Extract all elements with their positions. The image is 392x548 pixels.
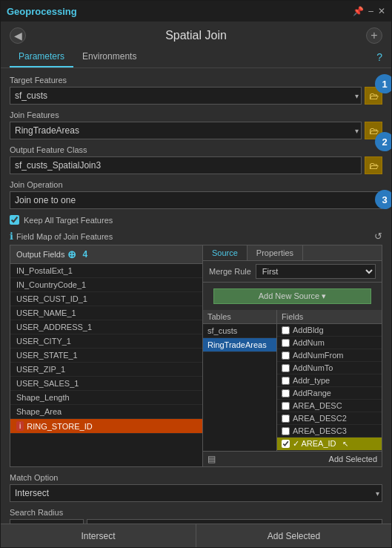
target-features-group: Target Features sf_custs 🗁	[10, 76, 382, 105]
minimize-icon[interactable]: –	[368, 6, 373, 16]
output-fields-list: IN_PostalExt_1 IN_CountryCode_1 USER_CUS…	[10, 264, 202, 466]
output-feature-class-input[interactable]	[10, 156, 362, 174]
match-option-select[interactable]: Intersect Within Contains Closest	[10, 484, 382, 502]
window-title: Geoprocessing	[7, 6, 77, 17]
field-map-container: Output Fields ⊕ 4 IN_PostalExt_1 IN_Coun…	[10, 245, 382, 467]
field-USER_CUST_ID_1[interactable]: USER_CUST_ID_1	[10, 292, 202, 306]
intersect-label: Intersect	[81, 531, 115, 541]
right-panel: Source Properties Merge Rule First Last …	[203, 245, 382, 466]
checkbox-AREA_DESC[interactable]	[282, 402, 290, 410]
join-operation-select[interactable]: Join one to one Join one to many	[10, 191, 382, 209]
badge-2: 2	[375, 132, 391, 151]
help-button[interactable]: ?	[376, 51, 382, 63]
tables-column: sf_custs RingTradeAreas	[203, 324, 277, 451]
merge-rule-select[interactable]: First Last Min Max Sum Mean Count	[256, 264, 376, 279]
output-feature-class-label: Output Feature Class	[10, 145, 382, 154]
search-radius-input[interactable]	[10, 519, 84, 524]
add-new-source-button[interactable]: Add New Source ▾	[213, 288, 371, 304]
field-IN_PostalExt_1[interactable]: IN_PostalExt_1	[10, 264, 202, 278]
field-type-badge: i	[16, 421, 24, 431]
field-USER_STATE_1[interactable]: USER_STATE_1	[10, 349, 202, 363]
target-features-select[interactable]: sf_custs	[10, 87, 362, 105]
add-selected-action-button[interactable]: Add Selected	[196, 524, 391, 547]
target-features-label: Target Features	[10, 76, 382, 85]
checkbox-AREA_DESC3[interactable]	[282, 427, 290, 435]
tab-bar: Parameters Environments ?	[1, 47, 391, 68]
field-USER_CITY_1[interactable]: USER_CITY_1	[10, 334, 202, 349]
window-controls: 📌 – ✕	[353, 6, 385, 16]
field-USER_NAME_1[interactable]: USER_NAME_1	[10, 306, 202, 320]
field-AddNumFrom: AddNumFrom	[277, 349, 382, 362]
checkbox-Addr_type[interactable]	[282, 377, 290, 385]
output-fields-panel: Output Fields ⊕ 4 IN_PostalExt_1 IN_Coun…	[10, 245, 203, 466]
side-badges: 1 2 3	[375, 68, 391, 209]
join-features-row: RingTradeAreas 🗁	[10, 122, 382, 139]
target-features-row: sf_custs 🗁	[10, 87, 382, 105]
target-features-select-wrapper: sf_custs	[10, 87, 362, 105]
field-RING_STORE_ID[interactable]: i RING_STORE_ID	[10, 419, 202, 434]
join-features-select[interactable]: RingTradeAreas	[10, 122, 362, 139]
header-nav: ◀	[10, 27, 26, 44]
checkbox-AddNumTo[interactable]	[282, 364, 290, 372]
fields-col-header: Fields	[277, 310, 382, 323]
checkbox-AddBldg[interactable]	[282, 326, 290, 334]
merge-rule-select-wrapper: First Last Min Max Sum Mean Count	[256, 264, 376, 279]
field-AREA_DESC2: AREA_DESC2	[277, 412, 382, 425]
search-radius-row: Decimal Degrees Meters Kilometers Miles	[10, 519, 382, 524]
merge-rule-row: Merge Rule First Last Min Max Sum Mean C…	[203, 261, 382, 283]
field-Shape_Length[interactable]: Shape_Length	[10, 391, 202, 405]
tab-source[interactable]: Source	[203, 245, 248, 260]
output-feature-class-row: 🗁	[10, 156, 382, 174]
tables-col-header: Tables	[203, 310, 277, 323]
add-new-source-container: Add New Source ▾	[203, 283, 382, 310]
join-features-select-wrapper: RingTradeAreas	[10, 122, 362, 139]
tab-environments[interactable]: Environments	[73, 47, 145, 67]
close-icon[interactable]: ✕	[378, 6, 385, 16]
search-radius-unit-select[interactable]: Decimal Degrees Meters Kilometers Miles	[87, 519, 382, 524]
join-features-group: Join Features RingTradeAreas 🗁	[10, 110, 382, 139]
cursor-icon: ↖	[342, 440, 348, 448]
field-AddRange: AddRange	[277, 387, 382, 400]
table-sf_custs[interactable]: sf_custs	[203, 324, 276, 338]
field-IN_CountryCode_1[interactable]: IN_CountryCode_1	[10, 278, 202, 292]
field-USER_SALES_1[interactable]: USER_SALES_1	[10, 377, 202, 391]
field-AddNumTo: AddNumTo	[277, 362, 382, 374]
table-RingTradeAreas[interactable]: RingTradeAreas	[203, 338, 276, 352]
field-USER_ADDRESS_1[interactable]: USER_ADDRESS_1	[10, 320, 202, 334]
back-button[interactable]: ◀	[10, 27, 26, 44]
join-operation-label: Join Operation	[10, 180, 382, 189]
checkbox-AREA_DESC2[interactable]	[282, 415, 290, 423]
intersect-button[interactable]: Intersect	[1, 524, 196, 547]
tab-properties[interactable]: Properties	[248, 245, 303, 260]
field-USER_ZIP_1[interactable]: USER_ZIP_1	[10, 363, 202, 377]
add-tool-button[interactable]: +	[366, 27, 382, 44]
field-map-label: Field Map of Join Features	[16, 232, 113, 241]
geoprocessing-window: Geoprocessing 📌 – ✕ ◀ Spatial Join + Par…	[0, 0, 392, 548]
checkbox-AddRange[interactable]	[282, 389, 290, 397]
field-map-reset-button[interactable]: ↺	[374, 231, 382, 242]
join-operation-group: Join Operation Join one to one Join one …	[10, 180, 382, 209]
keep-all-checkbox[interactable]	[10, 215, 19, 225]
field-map-header: ℹ Field Map of Join Features ↺	[10, 231, 382, 242]
add-output-field-button[interactable]: ⊕	[67, 248, 76, 260]
right-tabs: Source Properties	[203, 245, 382, 261]
keep-all-label: Keep All Target Features	[24, 216, 113, 225]
checkbox-AddNumFrom[interactable]	[282, 351, 290, 360]
checkbox-AddNum[interactable]	[282, 339, 290, 347]
field-Addr_type: Addr_type	[277, 374, 382, 387]
add-selected-action-label: Add Selected	[268, 531, 320, 541]
field-Shape_Area[interactable]: Shape_Area	[10, 405, 202, 419]
action-buttons: Intersect Add Selected	[1, 524, 391, 547]
tool-header: ◀ Spatial Join +	[1, 22, 391, 47]
match-option-select-wrapper: Intersect Within Contains Closest	[10, 484, 382, 502]
pin-icon[interactable]: 📌	[353, 6, 364, 16]
checkbox-AREA_ID[interactable]	[282, 440, 290, 448]
add-selected-button[interactable]: Add Selected	[329, 455, 377, 463]
output-fields-header: Output Fields ⊕ 4	[10, 245, 202, 264]
tab-parameters[interactable]: Parameters	[10, 47, 73, 67]
titlebar: Geoprocessing 📌 – ✕	[1, 1, 391, 22]
plus-icon: +	[371, 29, 377, 42]
source-grid: Tables Fields sf_custs RingTradeAreas	[203, 310, 382, 451]
field-AREA_ID: ✓ AREA_ID ↖	[277, 438, 382, 451]
merge-rule-label: Merge Rule	[209, 267, 251, 276]
